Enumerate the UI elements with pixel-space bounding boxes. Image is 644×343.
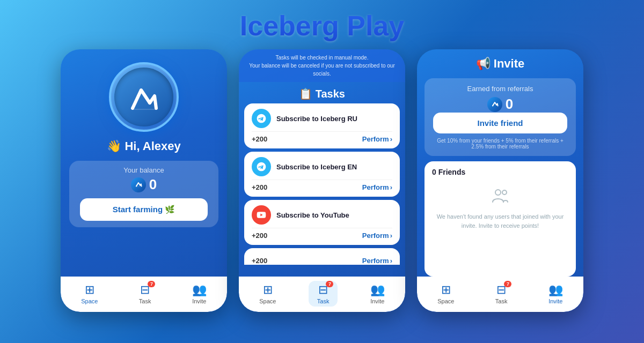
coin-logo <box>134 181 143 189</box>
nav-invite-label: Invite <box>192 298 206 304</box>
nav2-task[interactable]: ⊟ 7 Task <box>309 281 338 307</box>
task-reward-en: +200 <box>252 183 267 191</box>
coin-logo-invite <box>491 100 499 109</box>
phone2-content: Tasks will be checked in manual mode. Yo… <box>239 49 405 277</box>
task-badge: 7 <box>148 281 155 287</box>
friends-msg: We haven't found any users that joined w… <box>432 212 568 230</box>
invite-icon: 👥 <box>192 283 207 297</box>
space-icon: ⊞ <box>85 283 94 297</box>
avatar-logo <box>125 78 163 116</box>
task-reward-yt: +200 <box>252 232 267 240</box>
nav-invite[interactable]: 👥 Invite <box>184 281 215 307</box>
nav-space-label: Space <box>81 298 98 304</box>
invite-title: 📢 Invite <box>476 57 525 70</box>
start-farming-button[interactable]: Start farming 🌿 <box>80 198 208 221</box>
phone-invite: 📢 Invite Earned from referrals 0 Invite … <box>417 49 583 312</box>
task-partial-perform[interactable]: Perform › <box>362 257 392 265</box>
avatar-inner <box>114 68 173 126</box>
task-name-iceberg-ru: Subscribe to Iceberg RU <box>276 115 357 123</box>
person-group-icon <box>491 186 510 205</box>
svg-point-1 <box>502 190 507 195</box>
telegram-icon <box>252 109 271 128</box>
task-perform-en[interactable]: Perform › <box>362 183 392 191</box>
task-partial-reward: +200 <box>252 257 267 265</box>
task-perform-ru[interactable]: Perform › <box>362 135 392 143</box>
nav2-space[interactable]: ⊞ Space <box>251 281 284 307</box>
task-bottom-yt: +200 Perform › <box>252 228 392 240</box>
task-top-yt: Subscribe to YouTube <box>252 205 392 225</box>
greeting-text: 👋 Hi, Alexey <box>107 139 180 153</box>
balance-card: Your balance 0 Start farming 🌿 <box>69 161 218 227</box>
invite-icon-3: 👥 <box>548 283 563 297</box>
invite-desc: Get 10% from your friends + 5% from thei… <box>433 138 567 150</box>
friends-card: 0 Friends We haven't found any users tha… <box>425 161 576 277</box>
nav2-space-label: Space <box>259 298 276 304</box>
tasks-title-row: 📋 Tasks <box>239 82 405 103</box>
task-badge-2: 7 <box>326 281 333 287</box>
phones-container: 👋 Hi, Alexey Your balance 0 Start farmin… <box>0 49 644 312</box>
task-name-youtube: Subscribe to YouTube <box>276 211 349 219</box>
tasks-list: Subscribe to Iceberg RU +200 Perform › <box>239 103 405 277</box>
task-item-iceberg-ru: Subscribe to Iceberg RU +200 Perform › <box>244 103 400 148</box>
phone-space: 👋 Hi, Alexey Your balance 0 Start farmin… <box>61 49 227 312</box>
earned-card: Earned from referrals 0 Invite friend Ge… <box>425 78 576 156</box>
invite-title-row: 📢 Invite <box>425 57 576 73</box>
invite-icon-2: 👥 <box>370 283 385 297</box>
phone-tasks: Tasks will be checked in manual mode. Yo… <box>239 49 405 312</box>
invite-friend-button[interactable]: Invite friend <box>433 113 567 133</box>
task-item-youtube: Subscribe to YouTube +200 Perform › <box>244 200 400 245</box>
balance-label: Your balance <box>80 166 208 174</box>
nav2-invite[interactable]: 👥 Invite <box>362 281 393 307</box>
task-top: Subscribe to Iceberg RU <box>252 109 392 128</box>
earned-label: Earned from referrals <box>433 85 567 93</box>
phone1-bottom-nav: ⊞ Space ⊟ 7 Task 👥 Invite <box>61 277 227 312</box>
phone1-content: 👋 Hi, Alexey Your balance 0 Start farmin… <box>61 49 227 277</box>
avatar <box>109 62 179 132</box>
nav2-task-label: Task <box>317 298 330 304</box>
earned-value: 0 <box>433 96 567 113</box>
task-reward-ru: +200 <box>252 135 267 143</box>
telegram-icon-en <box>252 157 271 176</box>
task-badge-3: 7 <box>504 281 511 287</box>
task-top-en: Subscribe to Iceberg EN <box>252 157 392 176</box>
space-icon-3: ⊞ <box>441 283 451 297</box>
notice-text: Tasks will be checked in manual mode. Yo… <box>247 54 397 78</box>
balance-value: 0 <box>80 176 208 193</box>
nav2-invite-label: Invite <box>370 298 384 304</box>
space-icon-2: ⊞ <box>263 283 273 297</box>
nav-task-label: Task <box>139 298 151 304</box>
phone3-content: 📢 Invite Earned from referrals 0 Invite … <box>417 49 583 277</box>
no-friends-icon <box>491 186 510 209</box>
task-item-iceberg-en: Subscribe to Iceberg EN +200 Perform › <box>244 152 400 197</box>
coin-icon <box>131 177 146 192</box>
nav3-space-label: Space <box>437 298 454 304</box>
nav-task[interactable]: ⊟ 7 Task <box>130 281 160 307</box>
phone3-bottom-nav: ⊞ Space ⊟ 7 Task 👥 Invite <box>417 277 583 312</box>
task-bottom-en: +200 Perform › <box>252 180 392 191</box>
svg-point-0 <box>495 190 501 195</box>
friends-count: 0 Friends <box>432 168 568 176</box>
task-partial-bottom: +200 Perform › <box>252 257 392 265</box>
task-bottom: +200 Perform › <box>252 131 392 143</box>
task-name-iceberg-en: Subscribe to Iceberg EN <box>276 163 357 171</box>
task-partial: +200 Perform › <box>244 248 400 265</box>
nav-space[interactable]: ⊞ Space <box>72 281 106 307</box>
phone2-bottom-nav: ⊞ Space ⊟ 7 Task 👥 Invite <box>239 277 405 312</box>
nav3-task-label: Task <box>495 298 508 304</box>
task-perform-yt[interactable]: Perform › <box>362 232 392 240</box>
tasks-notice: Tasks will be checked in manual mode. Yo… <box>239 49 405 82</box>
app-title: Iceberg Play <box>240 10 404 42</box>
nav3-invite-label: Invite <box>548 298 562 304</box>
coin-icon-invite <box>487 97 502 112</box>
nav3-space[interactable]: ⊞ Space <box>429 281 463 307</box>
nav3-task[interactable]: ⊟ 7 Task <box>487 281 516 307</box>
nav3-invite[interactable]: 👥 Invite <box>540 281 572 307</box>
friends-empty: We haven't found any users that joined w… <box>432 181 568 235</box>
tasks-title: 📋 Tasks <box>299 88 345 100</box>
youtube-icon <box>252 205 271 225</box>
